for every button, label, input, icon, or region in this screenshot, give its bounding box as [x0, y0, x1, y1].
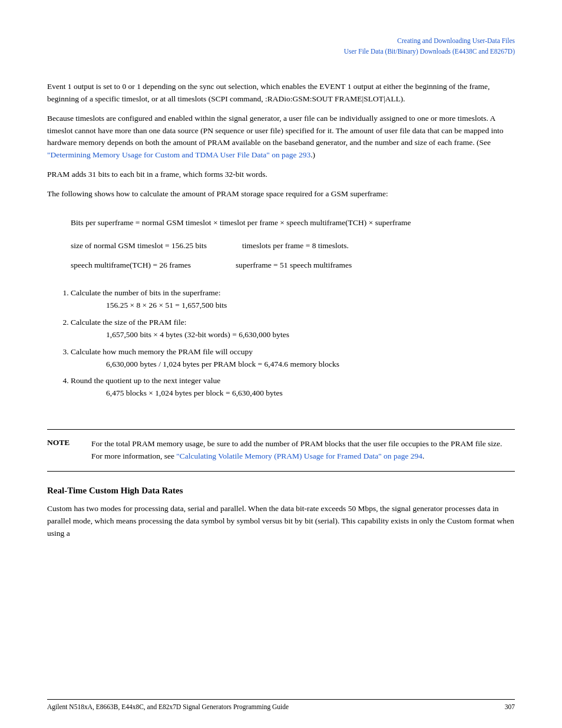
breadcrumb: Creating and Downloading User-Data Files…	[47, 35, 515, 57]
note-content: For the total PRAM memory usage, be sure…	[91, 438, 515, 463]
list-item-3: Calculate how much memory the PRAM file …	[71, 346, 515, 371]
para2-text2: .)	[310, 150, 315, 159]
breadcrumb-line1: Creating and Downloading User-Data Files	[47, 35, 515, 46]
footer-left: Agilent N518xA, E8663B, E44x8C, and E82x…	[47, 703, 289, 710]
breadcrumb-link1[interactable]: Creating and Downloading User-Data Files	[397, 37, 515, 44]
list-item-4-label: Round the quotient up to the next intege…	[71, 376, 220, 385]
note-box: NOTE For the total PRAM memory usage, be…	[47, 429, 515, 472]
note-label: NOTE	[47, 438, 80, 447]
footer-right: 307	[505, 703, 515, 710]
note-text2: .	[422, 452, 424, 460]
list-item-2-sub: 1,657,500 bits × 4 bytes (32-bit words) …	[106, 329, 515, 341]
numbered-list: Calculate the number of bits in the supe…	[59, 287, 515, 400]
breadcrumb-link2[interactable]: User File Data (Bit/Binary) Downloads (E…	[344, 48, 515, 55]
list-item-1-sub: 156.25 × 8 × 26 × 51 = 1,657,500 bits	[106, 299, 515, 312]
table-row1-col2: timeslots per frame = 8 timeslots.	[242, 240, 372, 252]
paragraph-1: Event 1 output is set to 0 or 1 dependin…	[47, 81, 515, 106]
formula-block: Bits per superframe = normal GSM timeslo…	[71, 217, 515, 229]
list-item-1-label: Calculate the number of bits in the supe…	[71, 288, 221, 297]
list-item-2: Calculate the size of the PRAM file: 1,6…	[71, 317, 515, 341]
table-block: size of normal GSM timeslot = 156.25 bit…	[71, 240, 515, 272]
list-item-4-sub: 6,475 blocks × 1,024 bytes per block = 6…	[106, 387, 515, 400]
list-item-2-label: Calculate the size of the PRAM file:	[71, 318, 186, 327]
breadcrumb-line2: User File Data (Bit/Binary) Downloads (E…	[47, 46, 515, 57]
para2-text1: Because timeslots are configured and ena…	[47, 114, 504, 147]
list-item-1: Calculate the number of bits in the supe…	[71, 287, 515, 312]
note-link[interactable]: "Calculating Volatile Memory (PRAM) Usag…	[176, 452, 422, 460]
para2-link[interactable]: "Determining Memory Usage for Custom and…	[47, 150, 310, 159]
list-item-3-label: Calculate how much memory the PRAM file …	[71, 347, 253, 356]
table-row2-col2: superframe = 51 speech multiframes	[236, 259, 365, 272]
list-item-4: Round the quotient up to the next intege…	[71, 375, 515, 400]
page: Creating and Downloading User-Data Files…	[0, 0, 562, 728]
table-row-1: size of normal GSM timeslot = 156.25 bit…	[71, 240, 515, 252]
footer: Agilent N518xA, E8663B, E44x8C, and E82x…	[47, 699, 515, 710]
paragraph-3-line2: The following shows how to calculate the…	[47, 188, 515, 200]
list-item-3-sub: 6,630,000 bytes / 1,024 bytes per PRAM b…	[106, 358, 515, 371]
section-paragraph: Custom has two modes for processing data…	[47, 503, 515, 540]
section-heading: Real-Time Custom High Data Rates	[47, 486, 515, 496]
table-row-2: speech multiframe(TCH) = 26 frames super…	[71, 259, 515, 272]
paragraph-2: Because timeslots are configured and ena…	[47, 113, 515, 162]
table-row2-col1: speech multiframe(TCH) = 26 frames	[71, 259, 200, 272]
table-row1-col1: size of normal GSM timeslot = 156.25 bit…	[71, 240, 207, 252]
paragraph-3-line1: PRAM adds 31 bits to each bit in a frame…	[47, 169, 515, 181]
